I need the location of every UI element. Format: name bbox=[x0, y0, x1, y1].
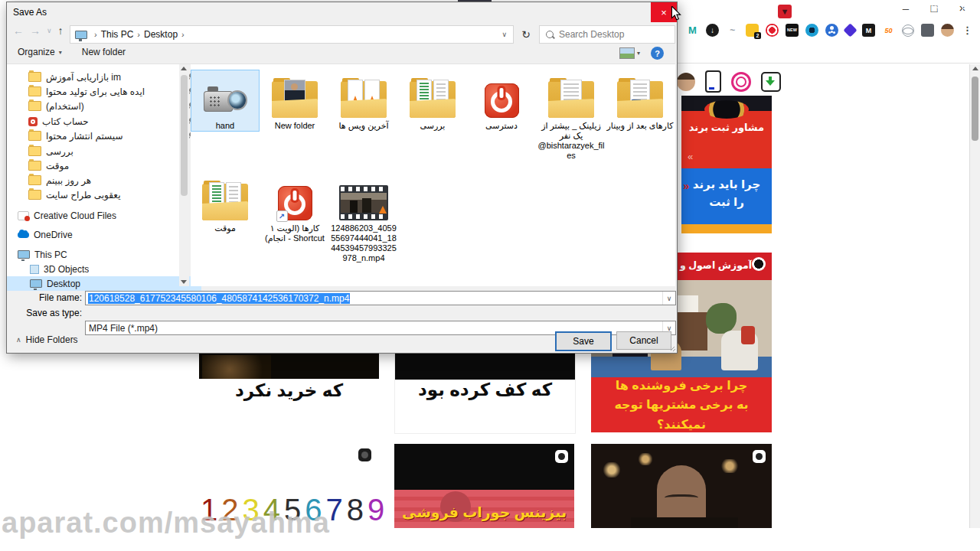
watermark: aparat.com/msayahma bbox=[2, 507, 330, 540]
opera-extension-icon[interactable] bbox=[766, 24, 779, 37]
sidebar-item[interactable]: هر روز ببینم bbox=[7, 173, 200, 187]
language-indicator[interactable]: ENG bbox=[880, 0, 906, 23]
folder-doc-icon bbox=[548, 81, 594, 118]
channel-avatar[interactable] bbox=[677, 73, 695, 91]
file-name-label: File name: bbox=[30, 292, 82, 303]
view-options-button[interactable]: ▾ bbox=[619, 47, 640, 59]
ad-banner[interactable]: مشاور ثبت برند « چرا باید برند « را ثبت bbox=[681, 96, 772, 233]
fifty-extension-icon[interactable]: 50 bbox=[882, 24, 895, 37]
file-tile-new-folder[interactable]: New folder bbox=[261, 70, 328, 131]
sidebar-item[interactable]: ایده هایی برای تولید محتوا bbox=[7, 84, 200, 99]
scroll-up-icon[interactable] bbox=[181, 67, 187, 70]
dropdown-icon[interactable]: ∨ bbox=[662, 292, 675, 305]
video-thumb-speaker[interactable] bbox=[591, 444, 772, 528]
aparat-badge-icon bbox=[753, 450, 766, 463]
puzzle-extension-icon[interactable] bbox=[921, 24, 934, 37]
cancel-button[interactable]: Cancel bbox=[616, 331, 671, 350]
scrollbar-thumb[interactable] bbox=[181, 75, 188, 196]
clock-tray[interactable]: 05:15 ب.ظ 1399/08/24 bbox=[906, 0, 957, 23]
hide-folders-button[interactable]: ∧ Hide Folders bbox=[16, 334, 78, 345]
volume-indicator[interactable] bbox=[836, 0, 859, 23]
file-tile-voices[interactable]: آخرین ویس ها bbox=[330, 70, 397, 131]
organize-button[interactable]: Organize▾ bbox=[18, 47, 62, 57]
recent-locations-icon[interactable]: ∨ bbox=[47, 27, 52, 34]
address-dropdown-icon[interactable]: ∨ bbox=[501, 31, 513, 38]
file-tile-mp4[interactable]: 124886203_405955697444041_18445394579933… bbox=[330, 173, 397, 263]
file-tile-hand[interactable]: hand bbox=[191, 70, 259, 131]
video-thumb-return-customer[interactable]: برگرداندن مشتریی که خرید نکرد bbox=[199, 352, 379, 432]
breadcrumb-separator-icon: › bbox=[90, 30, 101, 39]
monitor-icon bbox=[30, 279, 42, 288]
download-icon[interactable] bbox=[761, 72, 781, 92]
eye-extension-icon[interactable] bbox=[805, 24, 818, 37]
speaker-icon bbox=[844, 9, 848, 15]
downloader-extension-icon[interactable]: ↓ bbox=[706, 24, 719, 37]
wifi-indicator[interactable] bbox=[816, 0, 836, 23]
new-folder-button[interactable]: New folder bbox=[82, 47, 126, 57]
aparat-badge-icon bbox=[555, 450, 568, 463]
sidebar-item[interactable]: موقت bbox=[7, 158, 200, 173]
tray-app-lenovo[interactable]: ▼ bbox=[773, 0, 796, 23]
scroll-down-icon[interactable] bbox=[181, 280, 187, 284]
file-tile-temp[interactable]: موقت bbox=[191, 173, 259, 233]
device-icon[interactable] bbox=[705, 70, 721, 93]
aparat-badge-icon bbox=[358, 448, 371, 461]
sidebar-item[interactable]: سیستم انتشار محتوا bbox=[7, 129, 200, 143]
breadcrumb-desktop[interactable]: Desktop bbox=[144, 29, 178, 40]
action-center-button[interactable] bbox=[957, 0, 980, 23]
battery-indicator[interactable] bbox=[859, 0, 880, 23]
video-thumb-socks[interactable]: بیزینس جوراب فروشی bbox=[394, 444, 574, 528]
refresh-button[interactable]: ↻ bbox=[517, 25, 535, 44]
sidebar-item-onedrive[interactable]: OneDrive bbox=[7, 227, 189, 242]
address-bar[interactable]: › This PC › Desktop › ∨ bbox=[70, 25, 514, 44]
sidebar-item[interactable]: حساب کتاب bbox=[7, 114, 200, 129]
desktop-location-icon bbox=[75, 31, 87, 39]
person-extension-icon[interactable] bbox=[825, 24, 838, 37]
video-thumb-tea[interactable]: دلیل چایی که کف کرده بود bbox=[394, 352, 576, 434]
sidebar-item[interactable]: بازاریابی آموزش im bbox=[7, 70, 200, 84]
teal-logo-extension-icon[interactable]: M bbox=[686, 24, 699, 37]
resize-grip[interactable] bbox=[671, 347, 675, 351]
file-tile-shortcut[interactable]: ↗ کارها (الویت ۱ انجام) - Shortcut bbox=[261, 173, 328, 243]
show-hidden-icons-button[interactable]: ∧ bbox=[796, 0, 816, 23]
file-tile-barresi[interactable]: بررسی bbox=[399, 70, 466, 131]
pro-new-extension-icon[interactable]: NEW bbox=[786, 24, 799, 37]
creative-cloud-icon bbox=[18, 211, 29, 220]
sidebar-item-this-pc[interactable]: This PC bbox=[7, 247, 189, 262]
diamond-extension-icon[interactable] bbox=[843, 23, 857, 37]
m-box-extension-icon[interactable]: M bbox=[862, 24, 875, 37]
breadcrumb-this-pc[interactable]: This PC bbox=[101, 29, 134, 40]
back-button[interactable]: ← bbox=[13, 24, 24, 37]
sidebar-item[interactable]: یعقوبی طراح سایت bbox=[7, 187, 200, 202]
file-tile-zilink[interactable]: زیلینک _ بیشتر از یک نفر @bishtarazyek_f… bbox=[537, 70, 605, 161]
sidebar-item[interactable]: بررسی bbox=[7, 144, 200, 158]
caption-line2: که خرید نکرد bbox=[235, 380, 343, 400]
sidebar-scrollbar[interactable] bbox=[179, 64, 189, 286]
signature-extension-icon[interactable]: ~ bbox=[726, 24, 739, 37]
file-tile-webinar[interactable]: W کارهای بعد از وبینار bbox=[606, 70, 674, 131]
page-scrollbar[interactable] bbox=[969, 64, 980, 528]
folder-sheets-icon bbox=[202, 184, 248, 220]
forward-button[interactable]: → bbox=[30, 24, 41, 37]
sidebar-item-desktop[interactable]: Desktop bbox=[7, 276, 201, 291]
notes-extension-icon[interactable]: 2 bbox=[746, 24, 759, 37]
profile-avatar-icon[interactable] bbox=[941, 24, 954, 37]
save-button[interactable]: Save bbox=[555, 331, 612, 351]
search-icon bbox=[546, 31, 554, 38]
record-icon[interactable] bbox=[731, 72, 751, 92]
file-tile-dastresi[interactable]: دسترسی bbox=[468, 70, 535, 131]
file-name-input[interactable]: 120618528_617752345580106_48058741425361… bbox=[85, 291, 676, 305]
sidebar-item-creative-cloud[interactable]: Creative Cloud Files bbox=[7, 208, 189, 223]
browser-menu-icon[interactable]: ⋮ bbox=[961, 24, 974, 37]
file-grid: hand New folder آخرین ویس ها بررسی دسترس… bbox=[191, 64, 675, 286]
help-button[interactable]: ? bbox=[651, 47, 664, 60]
folder-icon bbox=[28, 131, 41, 141]
scrollbar-thumb[interactable] bbox=[972, 77, 978, 141]
sidebar-item-3d-objects[interactable]: 3D Objects bbox=[7, 262, 201, 276]
scroll-up-icon[interactable] bbox=[972, 67, 978, 70]
search-box[interactable]: Search Desktop bbox=[539, 25, 675, 44]
page-tools-row bbox=[677, 70, 781, 93]
globe-extension-icon[interactable] bbox=[902, 24, 914, 37]
sidebar-item[interactable]: (استخدام) bbox=[7, 99, 200, 113]
up-button[interactable]: ↑ bbox=[58, 24, 64, 37]
